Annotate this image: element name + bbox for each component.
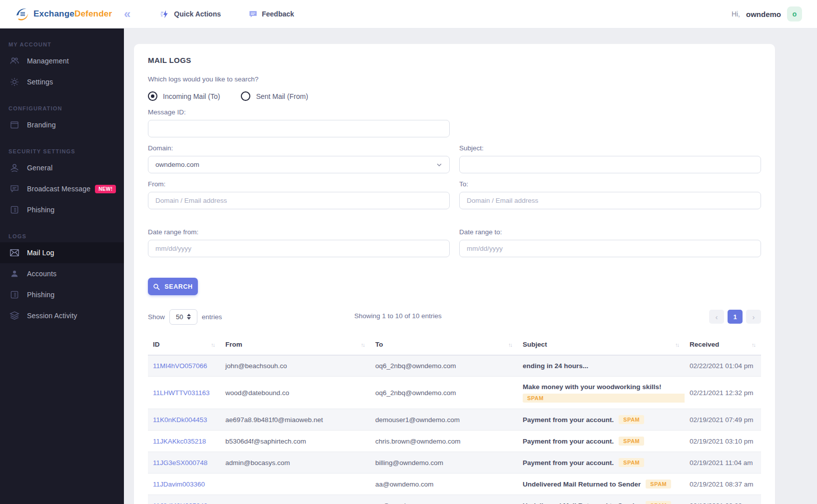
table-info-text: Showing 1 to 10 of 10 entries [354,312,442,320]
quick-actions-button[interactable]: Quick Actions [160,9,221,19]
search-icon [153,283,160,290]
chevron-right-icon: › [753,313,755,321]
show-label: Show [148,313,165,321]
date-to-input[interactable] [459,240,761,257]
from-cell: john@beachsouh.co [225,362,287,370]
sidebar-item-label: Session Activity [27,312,77,320]
subject-cell: Payment from your account. [523,416,614,424]
log-type-radio-group: Incoming Mail (To) Sent Mail (From) [148,91,761,101]
radio-icon [241,91,250,101]
mail-log-table: ID↑↓ From↑↓ To↑↓ Subject↑↓ Received↑↓ 11… [148,337,761,504]
column-header-received[interactable]: Received↑↓ [685,337,761,355]
sidebar-item-accounts[interactable]: Accounts [0,263,124,284]
message-id-link[interactable]: 11JKAKkc035218 [153,438,206,445]
next-page-button[interactable]: › [746,310,761,324]
feedback-button[interactable]: Feedback [248,9,294,19]
brand-logo-icon [15,6,30,21]
to-cell: demouser1@owndemo.com [375,416,460,424]
sidebar-item-session-activity[interactable]: Session Activity [0,305,124,326]
sidebar-item-phishing[interactable]: Phishing [0,199,124,220]
domain-label: Domain: [148,144,450,152]
new-badge: NEW! [95,185,116,193]
sort-icon: ↑↓ [206,342,214,348]
from-cell: admin@bocasys.com [225,459,290,467]
sidebar-item-management[interactable]: Management [0,50,124,71]
page-size-select[interactable]: 50 [169,309,197,325]
page-size-value: 50 [176,313,183,321]
to-cell: aa@owndemo.com [375,502,434,504]
message-id-link[interactable]: 11MI4hVO057066 [153,362,207,370]
spam-badge: SPAM [523,394,685,403]
sidebar-item-label: Branding [27,121,56,129]
radio-icon [148,91,157,101]
sidebar-item-label: Broadcast Message [27,185,90,193]
received-cell: 02/19/2021 03:39 am [690,502,754,504]
message-id-link[interactable]: 11LHWTTV031163 [153,389,210,397]
from-input[interactable] [148,192,450,209]
subject-input[interactable] [459,156,761,173]
to-cell: oq6_2nbq@owndemo.com [375,362,456,370]
sidebar-item-general[interactable]: General [0,157,124,178]
stepper-icon [187,314,191,320]
list-icon [8,289,20,301]
sidebar-item-settings[interactable]: Settings [0,71,124,92]
radio-sent-mail[interactable]: Sent Mail (From) [241,91,308,101]
to-input[interactable] [459,192,761,209]
chevron-left-icon: ‹ [716,313,718,321]
chat-icon [8,183,20,195]
message-id-label: Message ID: [148,108,761,116]
user-menu-button[interactable]: o [787,6,802,21]
spam-badge: SPAM [619,458,644,467]
sidebar-collapse-icon[interactable]: « [124,8,130,20]
feedback-label: Feedback [262,10,294,18]
sort-icon: ↑↓ [747,342,755,348]
spam-badge: SPAM [619,415,644,424]
spam-badge: SPAM [646,480,671,489]
message-id-link[interactable]: 11K0nKDk004453 [153,416,207,424]
sidebar-section: CONFIGURATION Branding [0,92,124,135]
gear-icon [8,76,20,88]
main-content: MAIL LOGS Which logs would you like to s… [124,28,817,504]
domain-select[interactable]: owndemo.com [148,156,450,173]
sidebar-item-label: Accounts [27,270,56,278]
column-header-from[interactable]: From↑↓ [220,337,370,355]
pagination: ‹ 1 › [709,310,761,324]
message-id-link[interactable]: 11J8dM6U005242 [153,502,207,504]
sidebar-item-mail-log[interactable]: Mail Log [0,242,124,263]
users-icon [8,55,20,67]
date-from-input[interactable] [148,240,450,257]
received-cell: 02/19/2021 08:37 am [690,481,754,488]
to-cell: chris.brown@owndemo.com [375,438,461,445]
column-header-to[interactable]: To↑↓ [370,337,518,355]
radio-incoming-mail[interactable]: Incoming Mail (To) [148,91,220,101]
sidebar-section-title: MY ACCOUNT [0,28,124,50]
from-cell: ae697a8.9b481f0@miaoweb.net [225,416,323,424]
search-button[interactable]: SEARCH [148,278,198,295]
table-header-row: ID↑↓ From↑↓ To↑↓ Subject↑↓ Received↑↓ [148,337,761,356]
sidebar-item-broadcast-message[interactable]: Broadcast Message NEW! [0,178,124,199]
message-id-input[interactable] [148,120,450,137]
layers-icon [8,310,20,322]
sort-icon: ↑↓ [356,342,364,348]
quick-actions-label: Quick Actions [174,10,221,18]
prev-page-button[interactable]: ‹ [709,310,724,324]
subject-cell: ending in 24 hours... [523,362,588,370]
sort-icon: ↑↓ [503,342,512,348]
subject-cell: Payment from your account. [523,459,614,467]
sidebar-item-label: Phishing [27,291,54,299]
column-header-subject[interactable]: Subject↑↓ [518,337,685,355]
received-cell: 02/19/2021 07:49 pm [690,416,754,424]
subject-cell: Undelivered Mail Returned to Sender [523,480,641,489]
message-id-link[interactable]: 11JG3eSX000748 [153,459,207,467]
search-question: Which logs would you like to search? [148,75,761,83]
sidebar-item-branding[interactable]: Branding [0,114,124,135]
search-button-label: SEARCH [164,283,192,290]
page-1-button[interactable]: 1 [728,310,743,324]
sidebar-item-phishing[interactable]: Phishing [0,284,124,305]
chevron-down-icon [436,162,442,168]
column-header-id[interactable]: ID↑↓ [148,337,220,355]
brand-name: ExchangeDefender [33,9,112,19]
message-id-link[interactable]: 11JDavim003360 [153,481,205,488]
to-cell: billing@owndemo.com [375,459,443,467]
sidebar-section: SECURITY SETTINGS General Broadcast Mess… [0,135,124,220]
